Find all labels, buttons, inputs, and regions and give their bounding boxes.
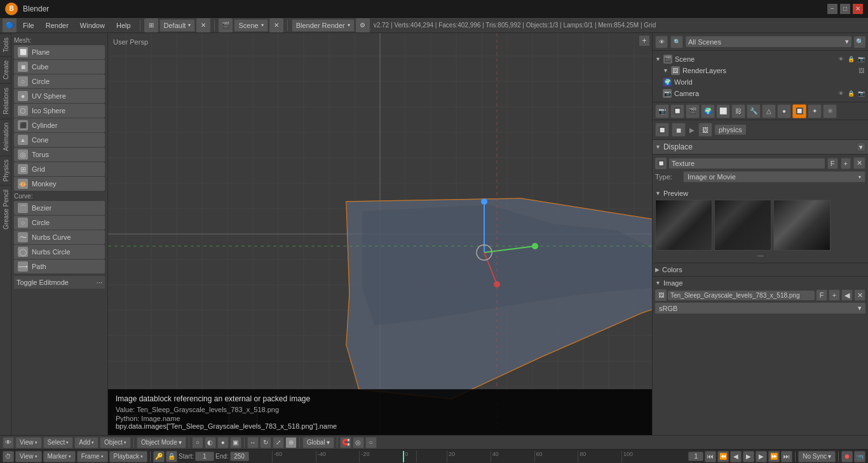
- texture-plus-btn[interactable]: +: [841, 158, 851, 169]
- viewport-shade-icon4[interactable]: ▣: [230, 437, 241, 448]
- nurbscurve-button[interactable]: Nurbs Curve: [14, 230, 105, 244]
- skip-start-btn[interactable]: ⏮: [705, 451, 716, 462]
- viewport-shade-icon1[interactable]: ○: [192, 437, 203, 448]
- torus-button[interactable]: Torus: [14, 148, 105, 162]
- cube-button[interactable]: Cube: [14, 60, 105, 74]
- viewport-manip-icon3[interactable]: ⤢: [273, 437, 284, 448]
- texture-name-field[interactable]: Texture: [669, 158, 825, 169]
- prop-modifier-icon[interactable]: 🔧: [747, 104, 761, 118]
- render-menu[interactable]: Render: [41, 20, 74, 31]
- prop-particles-icon[interactable]: ✦: [808, 104, 822, 118]
- prop-constraints-icon[interactable]: ⛓: [731, 104, 745, 118]
- displace-row[interactable]: ▼ Displace ▾: [653, 140, 868, 155]
- tree-item-camera[interactable]: 📷 Camera 👁 🔒 📷: [655, 88, 865, 99]
- circle-button[interactable]: Circle: [14, 74, 105, 88]
- skip-end-btn[interactable]: ⏭: [781, 451, 792, 462]
- texture-f-btn[interactable]: F: [827, 158, 838, 169]
- image-header[interactable]: ▼ Image: [655, 279, 865, 287]
- sidebar-tab-create[interactable]: Create: [0, 56, 11, 83]
- scene-dropdown[interactable]: Scene: [234, 19, 268, 32]
- engine-settings-icon[interactable]: ⚙: [356, 18, 370, 32]
- right-panel-view-btn[interactable]: 👁: [655, 36, 668, 48]
- record-btn[interactable]: ⏺: [841, 451, 853, 462]
- image-plus-btn[interactable]: +: [829, 289, 840, 301]
- sidebar-tab-relations[interactable]: Relations: [0, 83, 11, 118]
- icosphere-button[interactable]: Ico Sphere: [14, 104, 105, 118]
- close-button[interactable]: ✕: [853, 4, 863, 14]
- snap-icon[interactable]: 🧲: [340, 437, 351, 448]
- viewport-plus-button[interactable]: +: [639, 36, 649, 46]
- timeline-view-btn[interactable]: View: [15, 451, 42, 462]
- end-frame-input[interactable]: 250: [230, 452, 249, 461]
- sidebar-tab-physics[interactable]: Physics: [0, 155, 11, 185]
- sidebar-tab-animation[interactable]: Animation: [0, 118, 11, 155]
- uvsphere-button[interactable]: UV Sphere: [14, 89, 105, 103]
- next-key-btn[interactable]: ⏩: [768, 451, 780, 462]
- prop-scene-icon[interactable]: 🎬: [686, 104, 700, 118]
- breadcrumb-texture-icon[interactable]: 🔲: [655, 123, 669, 137]
- prop-physics-icon[interactable]: ⚛: [823, 104, 837, 118]
- view-btn[interactable]: View: [15, 437, 42, 448]
- help-menu[interactable]: Help: [111, 20, 136, 31]
- layout-x-icon[interactable]: ✕: [196, 18, 210, 32]
- displace-dropdown[interactable]: ▾: [857, 142, 865, 151]
- viewport-manip-icon2[interactable]: ↻: [260, 437, 271, 448]
- prop-data-icon[interactable]: △: [762, 104, 776, 118]
- playback-btn[interactable]: Playback: [109, 451, 148, 462]
- viewport-canvas[interactable]: [108, 33, 652, 435]
- toggle-editmode-button[interactable]: Toggle Editmode ···: [14, 276, 105, 289]
- tree-item-scene[interactable]: ▼ 🎬 Scene 👁 🔒 📷: [655, 53, 865, 65]
- type-dropdown[interactable]: Image or Movie: [683, 171, 865, 183]
- engine-dropdown[interactable]: Blender Render: [292, 19, 355, 32]
- next-frame-btn[interactable]: ▶: [756, 451, 767, 462]
- window-menu[interactable]: Window: [75, 20, 110, 31]
- cone-button[interactable]: Cone: [14, 133, 105, 147]
- autokey-icon[interactable]: 🔑: [153, 451, 165, 462]
- bezier-button[interactable]: Bezier: [14, 201, 105, 215]
- prop-world-icon[interactable]: 🌍: [701, 104, 715, 118]
- right-panel-search-btn[interactable]: 🔍: [670, 36, 683, 48]
- maximize-button[interactable]: □: [840, 4, 850, 14]
- grid-button[interactable]: Grid: [14, 162, 105, 176]
- image-x-btn[interactable]: ✕: [854, 289, 865, 301]
- proportional2-icon[interactable]: ○: [365, 437, 377, 448]
- sidebar-tab-grease[interactable]: Grease Pencil: [0, 185, 11, 233]
- prev-key-btn[interactable]: ⏪: [717, 451, 729, 462]
- prop-render-icon[interactable]: 📷: [655, 104, 669, 118]
- scene-x-icon[interactable]: ✕: [269, 18, 283, 32]
- blender-icon-btn[interactable]: 🔵: [3, 18, 17, 32]
- image-browse-btn[interactable]: ◀: [841, 289, 853, 301]
- image-f-btn[interactable]: F: [816, 289, 827, 301]
- proportional-icon[interactable]: ◎: [353, 437, 364, 448]
- nurbscircle-button[interactable]: Nurbs Circle: [14, 245, 105, 259]
- prop-object-icon[interactable]: ⬜: [716, 104, 730, 118]
- viewport-manip-active[interactable]: ⊕: [285, 437, 297, 448]
- tree-item-renderlayers[interactable]: ▼ 🖼 RenderLayers 🖼: [655, 65, 865, 76]
- object-btn[interactable]: Object: [100, 437, 131, 448]
- scene-icon[interactable]: 🎬: [219, 18, 233, 32]
- prev-frame-btn[interactable]: ◀: [730, 451, 742, 462]
- image-name-field[interactable]: Ten_Sleep_Grayscale_levels_783_x_518.png: [668, 291, 815, 300]
- monkey-button[interactable]: 🐵Monkey: [14, 177, 105, 191]
- scene-lock-btn[interactable]: 🔒: [846, 55, 855, 64]
- viewport-shade-icon3[interactable]: ●: [217, 437, 229, 448]
- sidebar-tab-tools[interactable]: Tools: [0, 33, 11, 56]
- prop-material-icon[interactable]: ●: [777, 104, 791, 118]
- breadcrumb-grid-icon[interactable]: ◼: [672, 123, 686, 137]
- object-mode-dropdown[interactable]: Object Mode ▾: [137, 437, 186, 448]
- render-anim-btn[interactable]: 📹: [854, 451, 865, 462]
- renderlayers-icon-btn[interactable]: 🖼: [857, 66, 865, 75]
- camera-visibility-btn[interactable]: 👁: [836, 89, 845, 98]
- preview-header[interactable]: ▼ Preview: [655, 190, 865, 197]
- texture-x-btn[interactable]: ✕: [853, 157, 865, 169]
- colors-header[interactable]: ▶ Colors: [655, 266, 865, 273]
- colorspace-dropdown[interactable]: sRGB ▾: [655, 303, 865, 314]
- layout-dropdown[interactable]: Default: [159, 19, 196, 32]
- preview-resize[interactable]: —: [655, 251, 865, 260]
- select-btn[interactable]: Select: [43, 437, 74, 448]
- scene-render-btn[interactable]: 📷: [857, 55, 865, 64]
- prop-texture-icon[interactable]: 🔲: [792, 104, 806, 118]
- start-frame-input[interactable]: 1: [195, 452, 214, 461]
- plane-button[interactable]: Plane: [14, 45, 105, 59]
- minimize-button[interactable]: −: [827, 4, 837, 14]
